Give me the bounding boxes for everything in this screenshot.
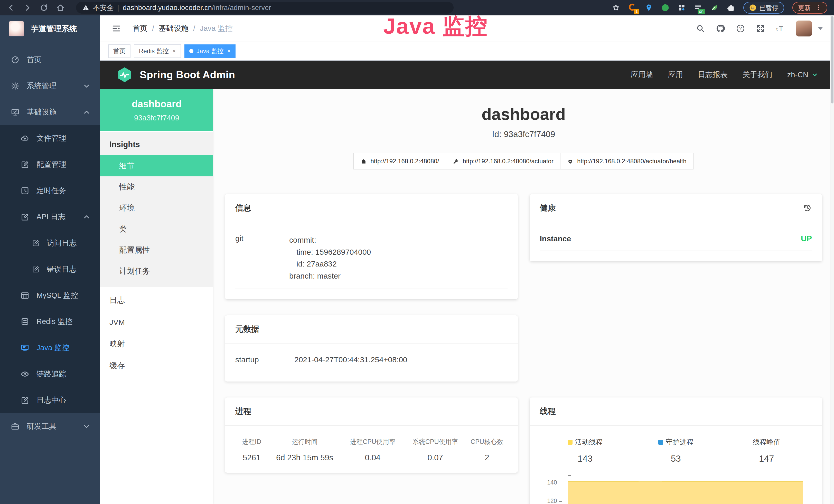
home-icon	[360, 158, 367, 165]
update-label: 更新	[798, 4, 811, 12]
sidebar-item-label: MySQL 监控	[37, 290, 78, 301]
threads-chart: 140 120 100	[540, 475, 812, 504]
paused-pill[interactable]: 已暂停	[743, 2, 784, 14]
sidebar-item-log-center[interactable]: 日志中心	[0, 387, 100, 413]
sidebar-item-home[interactable]: 首页	[0, 47, 100, 73]
y-axis-tick: 120	[540, 498, 562, 504]
breadcrumb-item[interactable]: 首页	[133, 23, 148, 33]
scrollbar-thumb[interactable]	[831, 16, 833, 104]
sidebar-item-tracing[interactable]: 链路追踪	[0, 361, 100, 387]
sba-item-configprops[interactable]: 配置属性	[100, 239, 213, 260]
warning-icon[interactable]	[82, 4, 89, 11]
breadcrumb-separator: /	[193, 24, 195, 33]
home-icon[interactable]	[56, 3, 65, 12]
link-url: http://192.168.0.2:48080/actuator/health	[577, 158, 686, 165]
sidebar-item-jobs[interactable]: 定时任务	[0, 178, 100, 204]
github-icon[interactable]	[716, 24, 725, 33]
health-url-link[interactable]: http://192.168.0.2:48080/actuator/health	[560, 153, 694, 169]
help-icon[interactable]: ?	[736, 24, 745, 33]
history-icon[interactable]	[803, 203, 812, 212]
fullscreen-icon[interactable]	[756, 24, 765, 33]
stat-value: 147	[721, 453, 812, 464]
process-table: 进程ID5261 运行时间6d 23h 15m 59s 进程CPU使用率0.04…	[235, 437, 507, 462]
pin-icon[interactable]	[645, 4, 653, 12]
extension-switch[interactable]: on	[694, 3, 702, 12]
sba-item-caches[interactable]: 缓存	[100, 355, 213, 377]
stat-value: 53	[631, 453, 721, 464]
address-bar[interactable]: 不安全 | dashboard.yudao.iocoder.cn/infra/a…	[76, 2, 454, 14]
security-label: 不安全	[93, 3, 114, 12]
annotation-text: Java 监控	[383, 11, 488, 41]
sba-nav-wall[interactable]: 应用墙	[631, 70, 653, 80]
briefcase-icon	[11, 422, 20, 431]
sba-content: dashboard Id: 93a3fc7f7409 http://192.16…	[213, 89, 834, 504]
app-logo-block[interactable]: 芋道管理系统	[0, 16, 100, 42]
monitor-check-icon	[11, 108, 20, 117]
actuator-url-link[interactable]: http://192.168.0.2:48080/actuator	[446, 153, 561, 169]
user-avatar[interactable]	[796, 21, 812, 37]
cell-value: 2	[467, 453, 507, 462]
close-icon[interactable]: ×	[227, 47, 231, 55]
breadcrumb-separator: /	[152, 24, 154, 33]
chevron-up-icon	[82, 108, 91, 117]
sba-item-metrics[interactable]: 性能	[100, 176, 213, 198]
puzzle-icon[interactable]	[727, 4, 735, 12]
grid-extension-icon[interactable]	[678, 4, 686, 12]
sba-item-environment[interactable]: 环境	[100, 198, 213, 219]
close-icon[interactable]: ×	[172, 47, 176, 55]
sidebar-item-system[interactable]: 系统管理	[0, 73, 100, 99]
search-icon[interactable]	[696, 24, 705, 33]
sba-brand[interactable]: Spring Boot Admin	[140, 69, 235, 81]
font-size-icon[interactable]: tT	[776, 24, 785, 33]
sba-item-jvm[interactable]: JVM	[100, 311, 213, 333]
sba-nav-about[interactable]: 关于我们	[743, 70, 772, 80]
sidebar-item-mysql[interactable]: MySQL 监控	[0, 282, 100, 308]
sidebar-item-label: 日志中心	[37, 395, 66, 406]
update-button[interactable]: 更新	[792, 2, 827, 14]
sidebar-item-config[interactable]: 配置管理	[0, 152, 100, 178]
insights-group: Insights 细节 性能 环境 类 配置属性 计划任务	[100, 132, 213, 287]
extension-circle[interactable]: 1	[628, 3, 636, 12]
sidebar-item-java[interactable]: Java 监控	[0, 335, 100, 361]
tab-java[interactable]: Java 监控 ×	[184, 44, 236, 58]
forward-icon[interactable]	[23, 3, 32, 12]
back-icon[interactable]	[7, 3, 16, 12]
caret-down-icon[interactable]	[818, 27, 823, 30]
page-scrollbar[interactable]	[830, 16, 834, 504]
svg-text:?: ?	[739, 26, 742, 31]
hamburger-icon[interactable]	[111, 24, 121, 33]
sidebar-item-error-log[interactable]: 错误日志	[0, 256, 100, 282]
sidebar-item-label: 文件管理	[37, 133, 66, 143]
sba-item-logfile[interactable]: 日志	[100, 289, 213, 311]
sba-item-mappings[interactable]: 映射	[100, 333, 213, 355]
metadata-key: startup	[235, 356, 294, 364]
svg-text:t: t	[776, 27, 778, 31]
extension-badge: 1	[634, 9, 639, 15]
tab-home[interactable]: 首页	[108, 44, 130, 58]
bookmark-star-icon[interactable]	[612, 4, 620, 12]
sidebar-item-api-log[interactable]: API 日志	[0, 204, 100, 230]
sidebar-item-infra[interactable]: 基础设施	[0, 99, 100, 125]
sba-nav-applications[interactable]: 应用	[668, 70, 683, 80]
tab-redis[interactable]: Redis 监控 ×	[134, 44, 181, 58]
sba-item-details[interactable]: 细节	[100, 155, 213, 176]
sba-item-scheduled[interactable]: 计划任务	[100, 260, 213, 282]
sidebar-item-devtools[interactable]: 研发工具	[0, 413, 100, 439]
green-check-icon[interactable]	[661, 4, 670, 12]
service-url-link[interactable]: http://192.168.0.2:48080/	[353, 153, 446, 169]
sba-nav-journal[interactable]: 日志报表	[698, 70, 728, 80]
card-title: 健康	[540, 203, 556, 213]
app-logo-image	[9, 21, 24, 37]
sidebar-item-access-log[interactable]: 访问日志	[0, 230, 100, 256]
tab-label: Java 监控	[197, 47, 223, 55]
sba-item-classes[interactable]: 类	[100, 219, 213, 239]
sidebar-item-files[interactable]: 文件管理	[0, 125, 100, 152]
locale-select[interactable]: zh-CN	[787, 71, 818, 79]
breadcrumb-item[interactable]: 基础设施	[159, 23, 189, 33]
divider: |	[117, 4, 119, 12]
sidebar-item-redis[interactable]: Redis 监控	[0, 308, 100, 335]
app-sidebar: 芋道管理系统 首页 系统管理 基础设施 文件管理 配置管理	[0, 16, 100, 504]
reload-icon[interactable]	[40, 3, 48, 12]
leaf-icon[interactable]	[710, 4, 719, 12]
process-card: 进程 进程ID5261 运行时间6d 23h 15m 59s 进程CPU使用率0…	[225, 397, 518, 473]
